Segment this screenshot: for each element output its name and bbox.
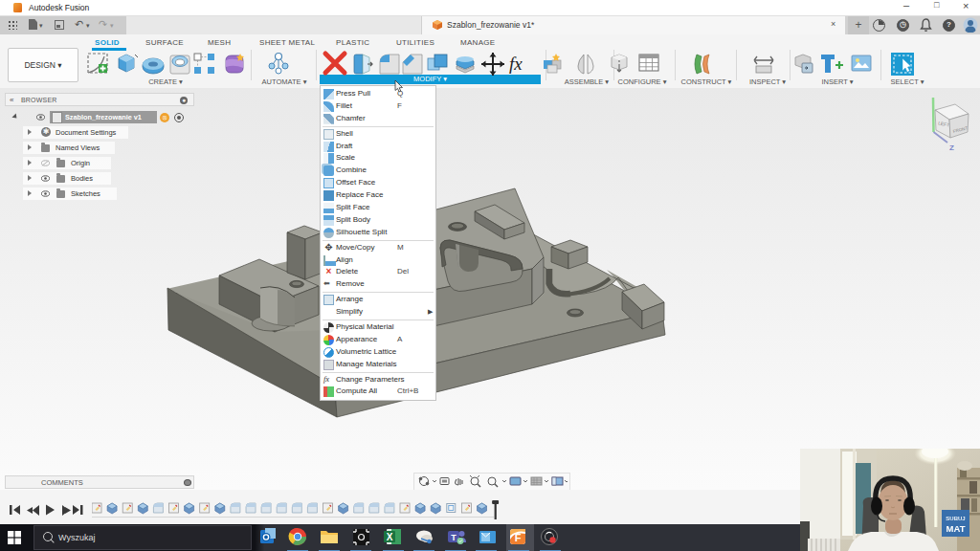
svg-text:F: F [515,532,522,543]
svg-text:fx: fx [509,54,523,74]
svg-text:MAT: MAT [947,523,966,534]
svg-text:T: T [451,533,457,542]
svg-text:Z: Z [949,143,954,152]
svg-text:SUBUJ: SUBUJ [946,516,965,521]
svg-text:X: X [387,532,393,542]
